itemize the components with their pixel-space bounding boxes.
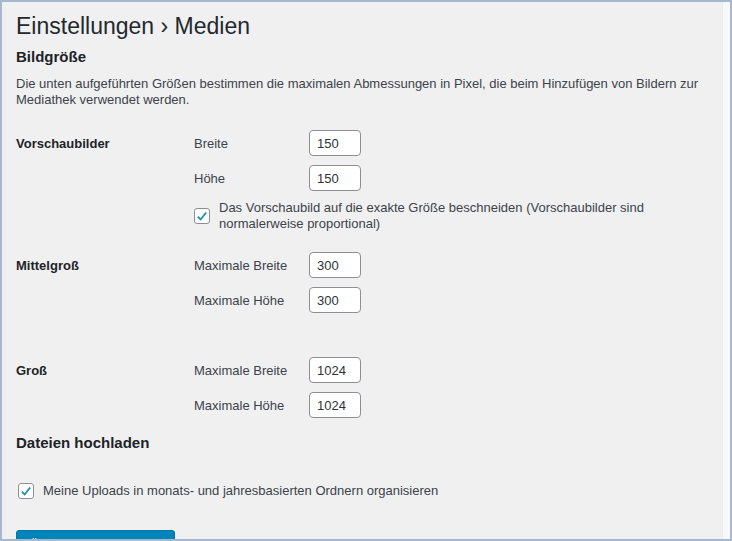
thumbnail-crop-option[interactable]: Das Vorschaubild auf die exakte Größe be… (194, 200, 700, 232)
media-settings-page: Einstellungen › Medien Bildgröße Die unt… (0, 0, 732, 541)
large-max-width-input[interactable] (309, 357, 361, 383)
uploads-organize-label[interactable]: Meine Uploads in monats- und jahresbasie… (43, 483, 438, 499)
section-heading-uploads: Dateien hochladen (16, 433, 700, 452)
thumbnail-size-label: Vorschaubilder (16, 130, 194, 232)
thumbnail-crop-label[interactable]: Das Vorschaubild auf die exakte Größe be… (219, 200, 700, 232)
thumbnail-size-row: Vorschaubilder Breite Höhe (16, 130, 700, 232)
large-max-height-label[interactable]: Maximale Höhe (194, 398, 309, 413)
image-size-description: Die unten aufgeführten Größen bestimmen … (16, 76, 700, 108)
thumbnail-width-label[interactable]: Breite (194, 136, 309, 151)
thumbnail-height-input[interactable] (309, 165, 361, 191)
submit-row: Änderungen speichern (16, 530, 700, 541)
content-area: Einstellungen › Medien Bildgröße Die unt… (2, 2, 730, 541)
section-heading-image-size: Bildgröße (16, 47, 700, 66)
medium-max-width-input[interactable] (309, 252, 361, 278)
save-changes-button[interactable]: Änderungen speichern (16, 530, 175, 541)
medium-max-height-input[interactable] (309, 287, 361, 313)
thumbnail-width-input[interactable] (309, 130, 361, 156)
medium-max-height-label[interactable]: Maximale Höhe (194, 293, 309, 308)
scrollbar-track[interactable] (722, 2, 730, 539)
large-size-label: Groß (16, 357, 194, 427)
uploads-organize-option[interactable]: Meine Uploads in monats- und jahresbasie… (18, 483, 700, 499)
medium-size-label: Mittelgroß (16, 252, 194, 322)
large-max-width-label[interactable]: Maximale Breite (194, 363, 309, 378)
medium-size-row: Mittelgroß Maximale Breite Maximale Höhe (16, 252, 700, 322)
checkmark-icon (195, 209, 209, 223)
image-size-form: Vorschaubilder Breite Höhe (16, 130, 700, 427)
page-title: Einstellungen › Medien (16, 11, 700, 41)
thumbnail-height-label[interactable]: Höhe (194, 171, 309, 186)
thumbnail-crop-checkbox[interactable] (194, 208, 210, 224)
large-size-row: Groß Maximale Breite Maximale Höhe (16, 357, 700, 427)
medium-max-width-label[interactable]: Maximale Breite (194, 258, 309, 273)
uploads-organize-checkbox[interactable] (18, 483, 34, 499)
checkmark-icon (19, 484, 33, 498)
large-max-height-input[interactable] (309, 392, 361, 418)
